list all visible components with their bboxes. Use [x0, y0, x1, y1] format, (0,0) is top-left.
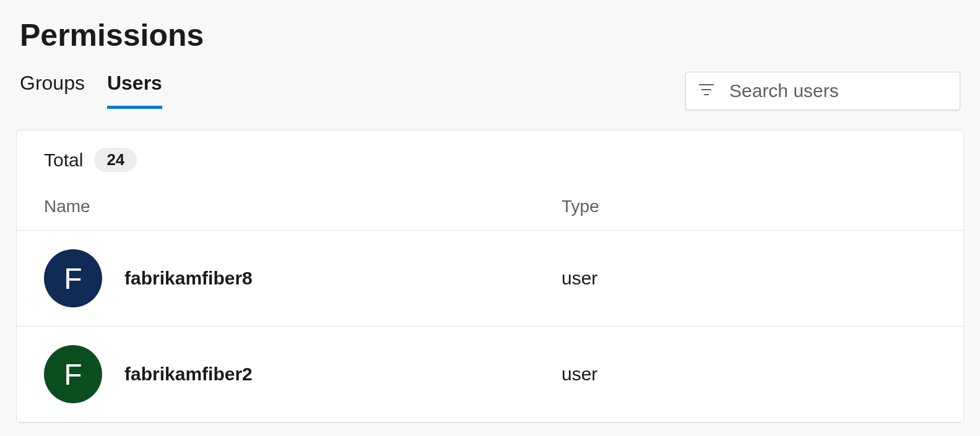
total-count-badge: 24 — [94, 148, 137, 172]
table-row[interactable]: F fabrikamfiber8 user — [17, 231, 963, 327]
search-input[interactable] — [729, 80, 965, 101]
total-row: Total 24 — [17, 130, 963, 183]
avatar: F — [44, 249, 102, 307]
tabs: Groups Users — [20, 72, 162, 109]
user-name: fabrikamfiber2 — [124, 364, 253, 385]
table-row[interactable]: F fabrikamfiber2 user — [17, 327, 963, 422]
page-title: Permissions — [0, 0, 980, 53]
column-header-type[interactable]: Type — [562, 197, 599, 216]
tab-users[interactable]: Users — [107, 72, 162, 109]
name-cell: F fabrikamfiber2 — [44, 345, 562, 403]
users-panel: Total 24 Name Type F fabrikamfiber8 user… — [16, 130, 964, 423]
tab-groups[interactable]: Groups — [20, 72, 85, 109]
avatar: F — [44, 345, 102, 403]
name-cell: F fabrikamfiber8 — [44, 249, 562, 307]
user-type: user — [562, 268, 597, 289]
user-name: fabrikamfiber8 — [124, 268, 253, 289]
column-header-name[interactable]: Name — [44, 197, 562, 216]
column-headers: Name Type — [17, 183, 963, 231]
total-label: Total — [44, 150, 83, 171]
header-row: Groups Users — [0, 53, 980, 110]
search-box[interactable] — [685, 72, 960, 110]
filter-icon — [698, 83, 714, 98]
user-type: user — [562, 364, 597, 385]
